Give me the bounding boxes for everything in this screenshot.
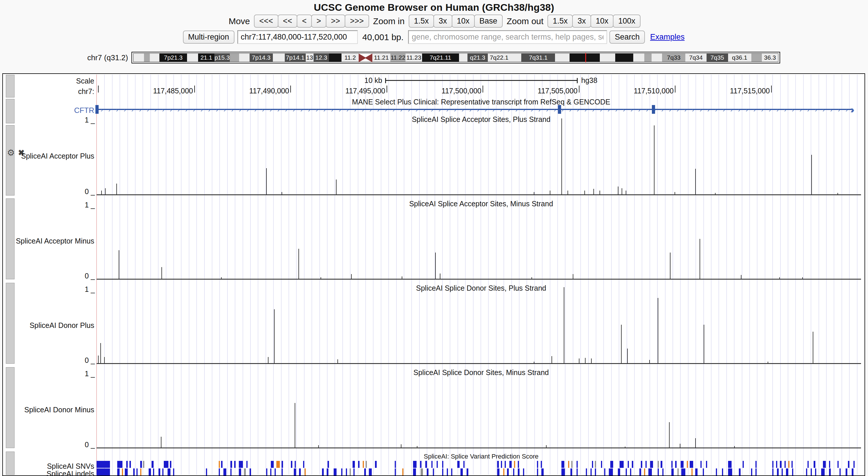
variant-tick [537,461,538,468]
variant-tick [129,461,131,468]
zoom-in-button-2[interactable]: 3x [433,14,452,28]
search-button[interactable]: Search [610,31,645,43]
track-drag-handle[interactable] [6,199,14,279]
variant-tick [219,469,220,475]
track-area-3[interactable] [97,284,861,365]
track-area-1[interactable] [97,115,861,196]
chromosome-ideogram[interactable]: 7p21.321.1p15.37p14.37p14.11312.311.211.… [131,52,780,63]
zoom-out-button-3[interactable]: 10x [590,14,614,28]
strand-arrow-icon: › [362,107,364,113]
strand-arrow-icon: › [500,107,502,113]
track-spike [440,273,440,279]
variant-tick [703,469,704,475]
variant-tick [518,461,519,468]
track-spike [105,188,105,195]
track-ymin-label: 0 _ [85,441,95,449]
move-button-6[interactable]: >>> [345,14,369,28]
variant-tick [350,469,351,475]
variant-tick [561,461,564,468]
track-spike [221,277,222,279]
zoom-out-button-4[interactable]: 100x [613,14,641,28]
variant-tick [610,461,613,468]
track-baseline [97,279,861,279]
variant-tick [586,469,587,475]
track-drag-handle[interactable] [6,75,14,97]
search-input[interactable] [408,30,607,44]
strand-arrow-icon: › [277,107,279,113]
track-spike [573,274,574,279]
chromosome-band [150,54,159,62]
variant-tick [632,461,633,468]
strand-arrow-icon: › [369,107,371,113]
chromosome-band: q36.1 [728,54,751,62]
variant-tick [644,469,645,475]
scale-bar-line [385,80,578,81]
track-drag-handle[interactable] [6,99,14,123]
move-button-1[interactable]: <<< [254,14,278,28]
strand-arrow-icon: › [162,107,164,113]
scale-label: Scale [76,77,94,85]
variant-tick [848,461,849,468]
track-drag-handle[interactable] [6,125,14,196]
variant-tick [158,469,160,475]
track-drag-handle[interactable] [6,283,14,364]
ruler-tick-label: 117,510,000 [634,87,674,95]
track-spike [625,447,625,447]
variant-tick [437,461,438,468]
strand-arrow-icon: › [415,107,417,113]
zoom-in-button-4[interactable]: Base [474,14,503,28]
variant-tick [425,461,427,468]
variant-tick [609,469,613,475]
variant-track-area-2[interactable] [97,469,861,475]
search-toolbar: Multi-region 40,001 bp. Search Examples [0,30,868,44]
ruler-tick-label: 117,495,000 [345,87,385,95]
track-drag-handle[interactable] [6,367,14,448]
track-area-2[interactable] [97,200,861,280]
strand-arrow-icon: › [477,107,479,113]
track-spike [593,189,594,195]
zoom-out-button-1[interactable]: 1.5x [548,14,573,28]
move-button-4[interactable]: > [311,14,327,28]
ruler-tick [290,86,291,92]
ideogram-position-label: chr7 (q31.2) [87,53,128,62]
zoom-in-button-1[interactable]: 1.5x [409,14,434,28]
chromosome-band: 7q21.11 [422,54,459,62]
ideogram-band-strip: 7p21.321.1p15.37p14.37p14.11312.311.211.… [133,53,778,62]
variant-tick [162,469,163,475]
chromosome-band: 11.23 [405,54,422,62]
variant-tick [852,469,854,475]
variant-track-area-1[interactable] [97,461,861,468]
variant-tick [777,469,779,475]
move-button-2[interactable]: << [278,14,298,28]
move-button-5[interactable]: >> [326,14,346,28]
track-label: SpliceAI Donor Plus [30,321,94,330]
track-drag-handle[interactable] [6,452,14,475]
variant-tick [755,469,756,475]
position-input[interactable] [237,30,358,44]
track-spike [101,190,102,195]
zoom-in-button-3[interactable]: 10x [452,14,475,28]
variant-tick [650,461,653,468]
strand-arrow-icon: › [823,107,825,113]
zoom-out-button-2[interactable]: 3x [572,14,591,28]
track-spike [282,192,282,195]
variant-tick [691,469,692,475]
strand-arrow-icon: › [661,107,663,113]
variant-tick [821,469,825,475]
variant-tick [276,461,280,468]
multi-region-button[interactable]: Multi-region [183,31,235,43]
variant-tick [463,461,465,468]
chromosome-band [751,54,762,62]
chromosome-band: 7p14.3 [250,54,273,62]
variant-tick [541,469,544,475]
move-button-3[interactable]: < [297,14,312,28]
scale-bar-value: 10 kb [365,76,382,85]
gear-icon[interactable]: ⚙ [7,148,15,157]
examples-link[interactable]: Examples [650,33,685,41]
strand-arrow-icon: › [615,107,617,113]
variant-tick [728,461,732,468]
variant-tick [648,469,652,475]
variant-section-title: SpliceAI: Splice Variant Prediction Scor… [99,453,863,460]
track-area-4[interactable] [97,368,861,449]
variant-tick [97,461,110,468]
